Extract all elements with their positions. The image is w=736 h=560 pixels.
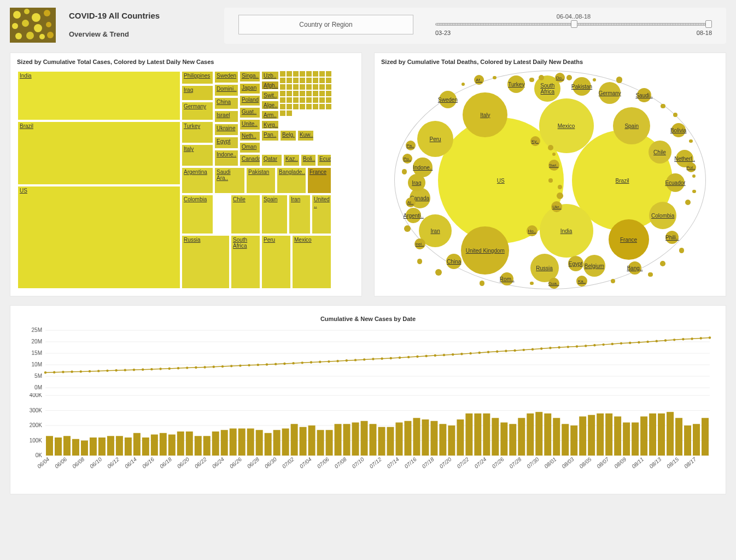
bubble-node-small[interactable]	[493, 76, 496, 79]
bubble-node-small[interactable]	[480, 281, 485, 286]
bubble-node-small[interactable]	[558, 185, 562, 189]
treemap-cell[interactable]: Peru	[261, 235, 291, 289]
date-slider[interactable]: 06-04..08-18 03-23 08-18	[435, 13, 712, 36]
bubble-node[interactable]: Swi..	[548, 160, 559, 171]
bubble-node[interactable]: Bang..	[628, 261, 641, 275]
bubble-node-small[interactable]	[435, 269, 442, 276]
bubble-node[interactable]: Bolivia	[671, 123, 686, 137]
bubble-node[interactable]: Ky..	[530, 136, 540, 146]
bubble-node[interactable]: Al..	[406, 197, 416, 207]
bubble-node[interactable]: Argenti..	[406, 208, 421, 223]
treemap-cell[interactable]: United ..	[311, 194, 332, 235]
treemap-cell[interactable]: Argentina	[181, 167, 214, 194]
treemap-cell-small[interactable]	[312, 71, 319, 77]
bubble-node[interactable]: Peru	[417, 121, 453, 157]
bubble-node-small[interactable]	[529, 78, 534, 83]
bubble-node[interactable]: Pol..	[686, 162, 696, 172]
treemap-cell-small[interactable]	[293, 103, 299, 110]
treemap-cell[interactable]: India	[17, 71, 181, 121]
treemap-cell[interactable]: Alge..	[261, 100, 279, 110]
treemap-cell-small[interactable]	[312, 84, 319, 90]
treemap-cell[interactable]: Pan..	[261, 130, 279, 142]
treemap-cell-small[interactable]	[312, 103, 319, 110]
treemap-cell[interactable]: Mexico	[291, 235, 332, 289]
bubble-node-small[interactable]	[673, 113, 678, 118]
treemap-cell-small[interactable]	[319, 103, 325, 110]
bubble-node[interactable]: Po..	[402, 154, 412, 164]
treemap-cell-small[interactable]	[319, 71, 325, 77]
treemap-cell[interactable]: US	[17, 185, 181, 289]
treemap-cell[interactable]: Kuw..	[297, 130, 314, 142]
bubble-node-small[interactable]	[404, 225, 411, 232]
treemap-cell-small[interactable]	[306, 71, 312, 77]
treemap-cell-small[interactable]	[279, 90, 286, 97]
treemap-cell[interactable]: China	[214, 97, 239, 110]
treemap-cell-small[interactable]	[293, 84, 299, 90]
treemap-cell-small[interactable]	[312, 97, 319, 103]
bubble-node-small[interactable]	[539, 75, 544, 80]
treemap-cell[interactable]: Unite..	[239, 119, 261, 131]
bubble-node-small[interactable]	[692, 174, 696, 178]
bubble-node[interactable]: Spain	[613, 107, 650, 144]
bubble-node-small[interactable]	[462, 83, 465, 86]
treemap-cell-small[interactable]	[299, 77, 306, 84]
bubble-node[interactable]: Saudi..	[637, 88, 651, 102]
bubble-node-small[interactable]	[692, 190, 696, 194]
treemap-cell-small[interactable]	[286, 71, 293, 77]
daily-bar-chart[interactable]: 0K100K200K300K400K06/0406/0606/0806/1006…	[18, 393, 718, 481]
bubble-node[interactable]: India	[540, 204, 593, 258]
treemap-cell-small[interactable]	[279, 71, 286, 77]
treemap-cell[interactable]: Brazil	[17, 121, 181, 185]
treemap-cell-small[interactable]	[299, 90, 306, 97]
treemap-cell[interactable]: Swit..	[261, 90, 279, 100]
treemap-cell[interactable]: Germany	[181, 101, 214, 121]
bubble-node-small[interactable]	[530, 282, 534, 285]
treemap-chart[interactable]: IndiaBrazilUSPhilippinesIraqGermanyTurke…	[17, 71, 332, 289]
bubble-node[interactable]: Ecuador	[666, 173, 685, 192]
treemap-cell[interactable]: Belg.	[279, 130, 297, 142]
treemap-cell[interactable]: Ukraine	[214, 123, 239, 136]
bubble-node-small[interactable]	[593, 78, 597, 82]
treemap-cell-small[interactable]	[286, 90, 293, 97]
treemap-cell-small[interactable]	[319, 90, 325, 97]
treemap-cell[interactable]: Guat..	[239, 107, 261, 119]
treemap-cell[interactable]: Kaz..	[283, 154, 300, 167]
treemap-cell-small[interactable]	[325, 71, 332, 77]
treemap-cell-small[interactable]	[299, 103, 306, 110]
treemap-cell-small[interactable]	[286, 84, 293, 90]
treemap-cell-small[interactable]	[312, 90, 319, 97]
treemap-cell-small[interactable]	[293, 90, 299, 97]
bubble-node[interactable]: Ho..	[527, 225, 538, 236]
bubble-node[interactable]: Chile	[649, 141, 671, 164]
treemap-cell-small[interactable]	[319, 77, 325, 84]
bubble-node-small[interactable]	[679, 248, 685, 253]
bubble-node[interactable]: Mexico	[539, 98, 594, 153]
treemap-cell-small[interactable]	[299, 71, 306, 77]
treemap-cell[interactable]: Chile	[230, 194, 261, 235]
bubble-node-small[interactable]	[616, 77, 622, 83]
treemap-cell[interactable]: Philippines	[181, 71, 214, 85]
treemap-cell[interactable]: Pakistan	[246, 167, 276, 194]
bubble-node[interactable]: Irel..	[414, 238, 425, 249]
bubble-node-small[interactable]	[548, 178, 553, 183]
bubble-node[interactable]: Turkey	[507, 75, 525, 93]
bubble-node[interactable]: Rom..	[500, 272, 513, 285]
bubble-node[interactable]: Egypt	[568, 256, 583, 271]
treemap-cell[interactable]: Qatar	[261, 154, 283, 167]
treemap-cell[interactable]: Russia	[181, 235, 230, 289]
treemap-cell[interactable]: Sweden	[214, 71, 239, 84]
treemap-cell-small[interactable]	[325, 97, 332, 103]
treemap-cell-small[interactable]	[279, 77, 286, 84]
bubble-node-small[interactable]	[557, 192, 563, 199]
bubble-node-small[interactable]	[552, 153, 556, 156]
treemap-cell-small[interactable]	[293, 97, 299, 103]
cumulative-line-chart[interactable]: 0M5M10M15M20M25M	[18, 328, 718, 393]
treemap-cell-small[interactable]	[319, 84, 325, 90]
treemap-cell[interactable]: Colombia	[181, 194, 214, 235]
bubble-node-small[interactable]	[611, 279, 615, 283]
treemap-cell[interactable]: France	[307, 167, 332, 194]
bubble-node-small[interactable]	[661, 104, 665, 109]
treemap-cell-small[interactable]	[293, 71, 299, 77]
treemap-cell[interactable]: Uzb..	[261, 71, 279, 80]
treemap-cell[interactable]: Iraq	[181, 85, 214, 101]
